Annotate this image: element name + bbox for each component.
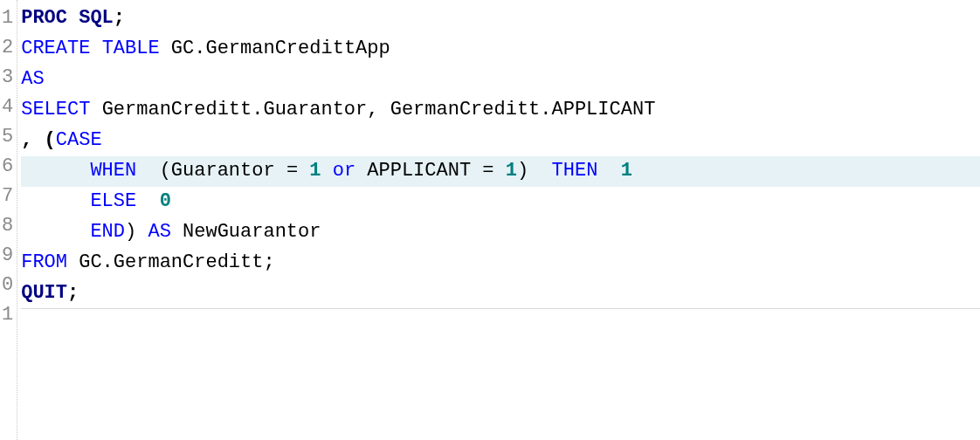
keyword: WHEN: [90, 160, 136, 182]
code-line: FROM GC.GermanCreditt;: [21, 248, 980, 278]
punct: ,: [367, 99, 390, 120]
identifier: GC.GermanCredittApp: [171, 38, 390, 59]
code-line-highlighted: WHEN (Guarantor = 1 or APPLICANT = 1) TH…: [21, 156, 980, 187]
line-number: 5: [2, 122, 13, 152]
keyword: AS: [148, 221, 170, 243]
line-number: 9: [2, 241, 13, 271]
number: 1: [621, 160, 632, 182]
number: 1: [309, 160, 321, 182]
code-line: [21, 309, 980, 340]
keyword: ELSE: [90, 190, 136, 212]
code-line: SELECT GermanCreditt.Guarantor, GermanCr…: [21, 95, 980, 126]
line-number: 8: [2, 211, 13, 241]
code-line: CREATE TABLE GC.GermanCredittApp: [21, 34, 980, 65]
code-line: QUIT;: [21, 278, 980, 309]
code-area[interactable]: PROC SQL; CREATE TABLE GC.GermanCredittA…: [17, 0, 980, 440]
line-number: 3: [2, 63, 13, 93]
code-editor: 1 2 3 4 5 6 7 8 9 0 1 PROC SQL; CREATE T…: [0, 0, 980, 440]
line-number: 2: [2, 33, 13, 63]
code-line: PROC SQL;: [21, 3, 980, 34]
line-number-gutter: 1 2 3 4 5 6 7 8 9 0 1: [0, 0, 17, 440]
punct: ;: [263, 251, 274, 273]
punct: ;: [114, 7, 125, 29]
code-line: AS: [21, 65, 980, 95]
line-number: 4: [2, 93, 13, 122]
code-line: ELSE 0: [21, 187, 980, 217]
number: 1: [506, 160, 517, 182]
line-number: 7: [2, 182, 13, 211]
keyword: CASE: [56, 129, 102, 151]
identifier: GC.GermanCreditt: [67, 251, 263, 273]
line-number: 1: [2, 300, 13, 330]
code-line: END) AS NewGuarantor: [21, 217, 980, 248]
keyword: THEN: [552, 160, 598, 182]
punct: ;: [67, 282, 79, 304]
line-number: 0: [2, 271, 13, 300]
keyword: or: [321, 160, 367, 182]
line-number: 1: [2, 3, 13, 33]
keyword: CREATE: [21, 38, 90, 59]
keyword: END: [90, 221, 125, 243]
punct: , (: [21, 129, 56, 151]
keyword: TABLE: [102, 38, 160, 59]
keyword: FROM: [21, 251, 67, 273]
identifier: NewGuarantor: [171, 221, 321, 243]
keyword: SELECT: [21, 99, 90, 120]
keyword: AS: [21, 68, 44, 90]
number: 0: [160, 190, 171, 212]
keyword: PROC: [21, 7, 67, 29]
keyword: SQL: [79, 7, 114, 29]
identifier: GermanCreditt.Guarantor: [102, 99, 368, 120]
keyword: QUIT: [21, 282, 67, 304]
identifier: GermanCreditt.APPLICANT: [390, 99, 656, 120]
code-line: , (CASE: [21, 126, 980, 156]
line-number: 6: [2, 152, 13, 182]
